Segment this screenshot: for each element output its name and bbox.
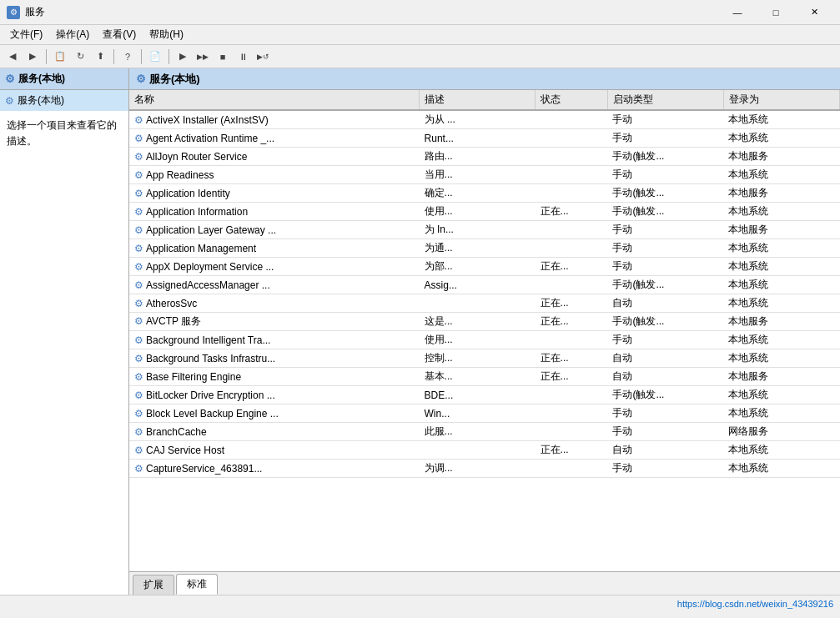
service-login-cell: 本地系统 [723, 239, 839, 258]
service-login-cell: 本地系统 [723, 441, 839, 460]
table-row[interactable]: ⚙Application Layer Gateway ...为 In...手动本… [129, 221, 840, 239]
service-status-cell: 正在... [536, 313, 608, 331]
service-desc-cell: 为通... [420, 239, 536, 258]
refresh-button[interactable]: ↻ [71, 48, 89, 66]
service-name-text: Base Filtering Engine [146, 371, 241, 383]
service-desc-cell: 当用... [420, 166, 536, 184]
service-status-cell [536, 129, 608, 148]
service-name-cell: ⚙Application Layer Gateway ... [129, 221, 420, 239]
service-status-cell: 正在... [536, 258, 608, 276]
service-login-cell: 本地服务 [723, 184, 839, 203]
service-startup-cell: 自动 [607, 441, 723, 460]
properties-button[interactable]: 📄 [146, 48, 164, 66]
table-row[interactable]: ⚙AllJoyn Router Service路由...手动(触发...本地服务 [129, 148, 840, 166]
table-row[interactable]: ⚙Block Level Backup Engine ...Win...手动本地… [129, 404, 840, 423]
service-desc-cell: Assig... [420, 276, 536, 294]
table-row[interactable]: ⚙AtherosSvc正在...自动本地系统 [129, 294, 840, 313]
resume-button[interactable]: ▶▶ [194, 48, 212, 66]
export-button[interactable]: ⬆ [91, 48, 109, 66]
table-row[interactable]: ⚙ActiveX Installer (AxInstSV)为从 ...手动本地系… [129, 110, 840, 129]
start-button[interactable]: ▶ [174, 48, 192, 66]
pause-button[interactable]: ⏸ [234, 48, 252, 66]
tab-standard[interactable]: 标准 [176, 574, 218, 595]
table-row[interactable]: ⚙CAJ Service Host正在...自动本地系统 [129, 441, 840, 460]
gear-icon: ⚙ [134, 206, 143, 218]
service-login-cell: 本地系统 [723, 258, 839, 276]
gear-icon: ⚙ [134, 114, 143, 126]
service-login-cell: 本地服务 [723, 368, 839, 386]
table-row[interactable]: ⚙Application Management为通...手动本地系统 [129, 239, 840, 258]
table-row[interactable]: ⚙AVCTP 服务这是...正在...手动(触发...本地服务 [129, 313, 840, 331]
service-name-text: Agent Activation Runtime _... [146, 133, 274, 144]
service-startup-cell: 手动(触发... [607, 386, 723, 404]
menu-view[interactable]: 查看(V) [96, 27, 143, 43]
left-pane-services-icon: ⚙ [5, 95, 14, 107]
service-status-cell [536, 239, 608, 258]
restart-button[interactable]: ▶↺ [254, 48, 272, 66]
left-pane-description: 选择一个项目来查看它的描述。 [0, 111, 128, 156]
menu-action[interactable]: 操作(A) [49, 27, 96, 43]
service-name-cell: ⚙Agent Activation Runtime _... [129, 129, 420, 148]
service-desc-cell: Runt... [420, 129, 536, 148]
col-header-status[interactable]: 状态 [536, 90, 608, 110]
table-row[interactable]: ⚙Application Identity确定...手动(触发...本地服务 [129, 184, 840, 203]
gear-icon: ⚙ [134, 279, 143, 291]
service-startup-cell: 手动 [607, 166, 723, 184]
service-login-cell: 网络服务 [723, 423, 839, 441]
service-name-cell: ⚙CaptureService_463891... [129, 460, 420, 478]
help-button[interactable]: ? [118, 48, 137, 66]
col-header-startup[interactable]: 启动类型 [607, 90, 723, 110]
table-row[interactable]: ⚙BranchCache此服...手动网络服务 [129, 423, 840, 441]
gear-icon: ⚙ [134, 261, 143, 273]
table-row[interactable]: ⚙App Readiness当用...手动本地系统 [129, 166, 840, 184]
service-table-container[interactable]: 名称 描述 状态 启动类型 登录为 ⚙ActiveX Installer (Ax… [129, 90, 840, 571]
service-name-cell: ⚙CAJ Service Host [129, 441, 420, 460]
maximize-button[interactable]: □ [757, 0, 795, 25]
service-name-cell: ⚙Background Tasks Infrastru... [129, 349, 420, 368]
table-row[interactable]: ⚙AssignedAccessManager ...Assig...手动(触发.… [129, 276, 840, 294]
table-row[interactable]: ⚙Base Filtering Engine基本...正在...自动本地服务 [129, 368, 840, 386]
stop-button[interactable]: ■ [214, 48, 232, 66]
col-header-name[interactable]: 名称 [129, 90, 420, 110]
gear-icon: ⚙ [134, 445, 143, 456]
back-button[interactable]: ◀ [3, 48, 22, 66]
service-status-cell [536, 423, 608, 441]
service-status-cell: 正在... [536, 441, 608, 460]
service-login-cell: 本地系统 [723, 349, 839, 368]
service-status-cell: 正在... [536, 349, 608, 368]
menu-help[interactable]: 帮助(H) [143, 27, 190, 43]
service-name-cell: ⚙Application Information [129, 203, 420, 221]
service-status-cell [536, 460, 608, 478]
table-row[interactable]: ⚙Agent Activation Runtime _...Runt...手动本… [129, 129, 840, 148]
show-hide-button[interactable]: 📋 [51, 48, 69, 66]
service-name-cell: ⚙AtherosSvc [129, 294, 420, 313]
table-row[interactable]: ⚙CaptureService_463891...为调...手动本地系统 [129, 460, 840, 478]
service-name-cell: ⚙Application Management [129, 239, 420, 258]
table-row[interactable]: ⚙AppX Deployment Service ...为部...正在...手动… [129, 258, 840, 276]
service-login-cell: 本地系统 [723, 166, 839, 184]
service-name-text: AssignedAccessManager ... [146, 279, 270, 291]
minimize-button[interactable]: — [718, 0, 757, 25]
service-status-cell [536, 386, 608, 404]
service-desc-cell: 此服... [420, 423, 536, 441]
right-pane: ⚙ 服务(本地) 名称 描述 状态 启动类型 登录为 ⚙ActiveX Inst… [129, 68, 840, 595]
service-table: 名称 描述 状态 启动类型 登录为 ⚙ActiveX Installer (Ax… [129, 90, 840, 478]
menu-file[interactable]: 文件(F) [3, 27, 49, 43]
left-pane-title: 服务(本地) [18, 72, 65, 86]
table-row[interactable]: ⚙BitLocker Drive Encryption ...BDE...手动(… [129, 386, 840, 404]
col-header-login[interactable]: 登录为 [723, 90, 839, 110]
table-row[interactable]: ⚙Application Information使用...正在...手动(触发.… [129, 203, 840, 221]
close-button[interactable]: ✕ [795, 0, 833, 25]
col-header-desc[interactable]: 描述 [420, 90, 536, 110]
gear-icon: ⚙ [134, 224, 143, 236]
service-login-cell: 本地服务 [723, 221, 839, 239]
table-row[interactable]: ⚙Background Tasks Infrastru...控制...正在...… [129, 349, 840, 368]
forward-button[interactable]: ▶ [23, 48, 42, 66]
toolbar: ◀ ▶ 📋 ↻ ⬆ ? 📄 ▶ ▶▶ ■ ⏸ ▶↺ [0, 45, 840, 68]
table-row[interactable]: ⚙Background Intelligent Tra...使用...手动本地系… [129, 331, 840, 349]
menu-bar: 文件(F) 操作(A) 查看(V) 帮助(H) [0, 25, 840, 45]
service-login-cell: 本地系统 [723, 276, 839, 294]
left-pane-services-item[interactable]: ⚙ 服务(本地) [0, 90, 128, 111]
tab-extend[interactable]: 扩展 [133, 575, 174, 595]
service-name-text: Application Management [146, 243, 256, 254]
